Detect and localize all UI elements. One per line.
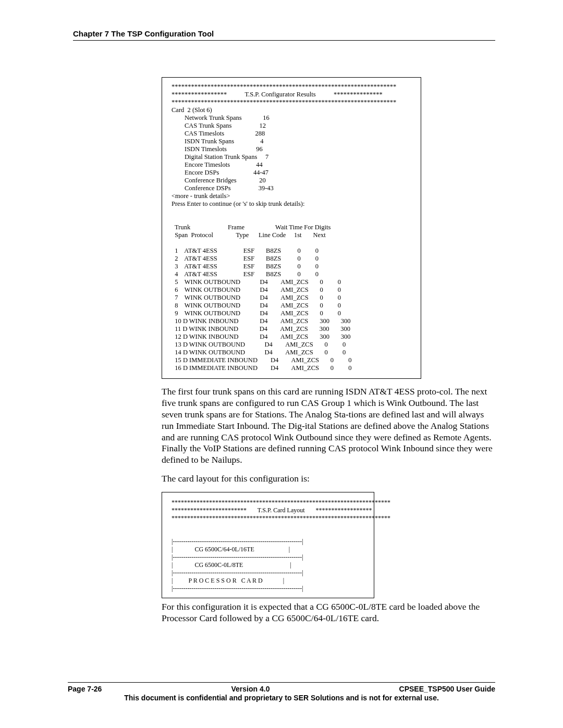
card-layout-box: ****************************************… [162, 492, 374, 598]
footer-confidential: This document is confidential and propri… [68, 694, 495, 702]
footer-guide: CPSEE_TSP500 User Guide [399, 685, 495, 693]
paragraph-1: The first four trunk spans on this card … [162, 386, 495, 466]
paragraph-3: For this configuration it is expected th… [162, 601, 495, 624]
chapter-header: Chapter 7 The TSP Configuration Tool [73, 29, 495, 41]
footer-version: Version 4.0 [231, 685, 270, 693]
page-footer: Page 7-26 Version 4.0 CPSEE_TSP500 User … [68, 682, 495, 702]
configurator-results-box: ****************************************… [162, 77, 421, 379]
footer-page: Page 7-26 [68, 685, 102, 693]
paragraph-2: The card layout for this configuration i… [162, 473, 495, 485]
